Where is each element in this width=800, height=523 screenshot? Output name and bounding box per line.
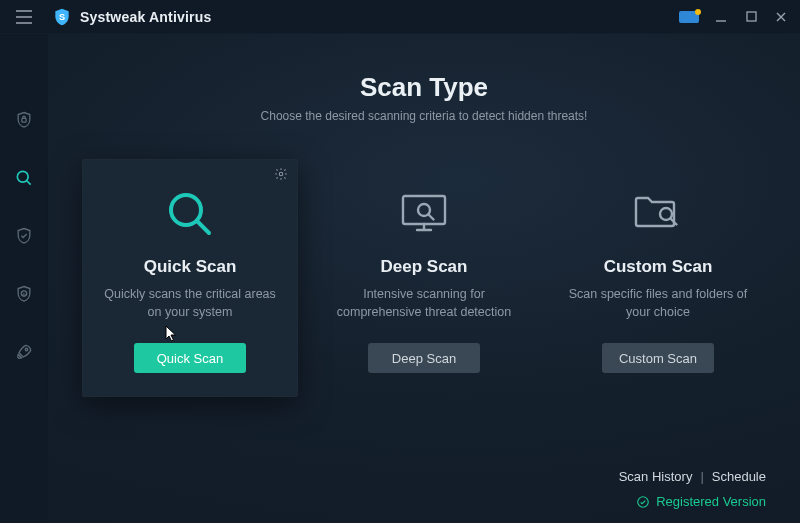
- check-circle-icon: [636, 495, 650, 509]
- svg-text:S: S: [59, 12, 65, 22]
- titlebar: S Systweak Antivirus: [0, 0, 800, 34]
- license-status: Registered Version: [82, 494, 766, 509]
- card-custom-scan: Custom Scan Scan specific files and fold…: [550, 159, 766, 397]
- quick-scan-title: Quick Scan: [144, 257, 237, 277]
- minimize-icon: [715, 11, 727, 23]
- page-subtitle: Choose the desired scanning criteria to …: [82, 109, 766, 123]
- close-button[interactable]: [768, 4, 794, 30]
- menu-button[interactable]: [0, 0, 48, 34]
- quick-scan-settings-button[interactable]: [274, 167, 288, 181]
- maximize-button[interactable]: [738, 4, 764, 30]
- gear-icon: [274, 167, 288, 181]
- svg-rect-4: [22, 118, 26, 122]
- card-quick-scan: Quick Scan Quickly scans the critical ar…: [82, 159, 298, 397]
- svg-rect-3: [747, 12, 756, 21]
- page-title: Scan Type: [82, 72, 766, 103]
- promo-badge-icon[interactable]: [676, 8, 704, 26]
- svg-point-9: [279, 172, 283, 176]
- close-icon: [775, 11, 787, 23]
- minimize-button[interactable]: [708, 4, 734, 30]
- main-content: Scan Type Choose the desired scanning cr…: [48, 34, 800, 523]
- footer-links: Scan History | Schedule: [82, 449, 766, 484]
- custom-scan-title: Custom Scan: [604, 257, 713, 277]
- svg-point-14: [638, 496, 649, 507]
- custom-scan-icon: [630, 185, 686, 243]
- sidebar-item-shield[interactable]: [0, 104, 48, 136]
- scan-history-link[interactable]: Scan History: [619, 469, 693, 484]
- shield-lock-icon: [14, 110, 34, 130]
- sidebar-item-scan[interactable]: [0, 162, 48, 194]
- quick-scan-icon: [164, 185, 216, 243]
- quick-scan-desc: Quickly scans the critical areas on your…: [98, 285, 282, 321]
- svg-point-2: [695, 9, 701, 15]
- brand-logo-icon: S: [52, 7, 72, 27]
- custom-scan-button[interactable]: Custom Scan: [602, 343, 714, 373]
- deep-scan-button[interactable]: Deep Scan: [368, 343, 480, 373]
- shield-check-icon: [14, 226, 34, 246]
- hamburger-icon: [15, 10, 33, 24]
- maximize-icon: [746, 11, 757, 22]
- brand: S Systweak Antivirus: [52, 7, 211, 27]
- quick-scan-button[interactable]: Quick Scan: [134, 343, 246, 373]
- separator: |: [700, 469, 703, 484]
- sidebar-item-protection[interactable]: [0, 220, 48, 252]
- scan-cards: Quick Scan Quickly scans the critical ar…: [82, 159, 766, 397]
- license-status-text: Registered Version: [656, 494, 766, 509]
- rocket-icon: [14, 342, 34, 362]
- web-shield-icon: e: [14, 284, 34, 304]
- schedule-link[interactable]: Schedule: [712, 469, 766, 484]
- search-icon: [14, 168, 34, 188]
- custom-scan-desc: Scan specific files and folders of your …: [566, 285, 750, 321]
- deep-scan-title: Deep Scan: [381, 257, 468, 277]
- sidebar-item-optimize[interactable]: [0, 336, 48, 368]
- svg-point-8: [25, 348, 28, 351]
- card-deep-scan: Deep Scan Intensive scanning for compreh…: [316, 159, 532, 397]
- sidebar-item-web[interactable]: e: [0, 278, 48, 310]
- svg-text:e: e: [22, 291, 25, 297]
- sidebar: e: [0, 34, 48, 523]
- svg-rect-11: [403, 196, 445, 224]
- deep-scan-desc: Intensive scanning for comprehensive thr…: [332, 285, 516, 321]
- window-controls: [676, 4, 794, 30]
- deep-scan-icon: [397, 185, 451, 243]
- app-title: Systweak Antivirus: [80, 9, 211, 25]
